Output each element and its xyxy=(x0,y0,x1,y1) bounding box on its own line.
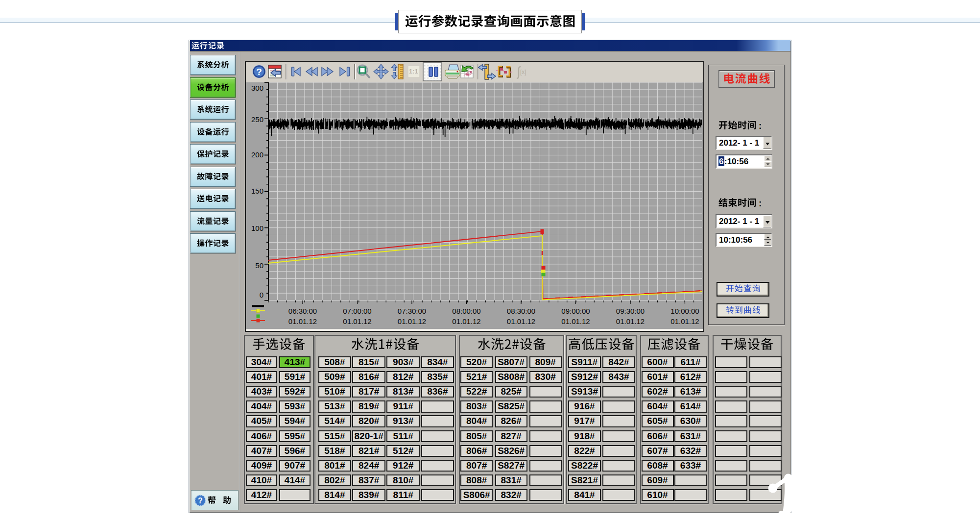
svg-text:09:00:00: 09:00:00 xyxy=(561,307,590,315)
svg-text:?: ? xyxy=(256,67,262,77)
svg-text:300: 300 xyxy=(251,84,263,92)
svg-text:07:30:00: 07:30:00 xyxy=(398,307,426,315)
svg-text:250: 250 xyxy=(251,115,263,124)
svg-text:01.01.12: 01.01.12 xyxy=(343,317,371,325)
svg-text:01.01.12: 01.01.12 xyxy=(398,317,426,325)
svg-text:06:30:00: 06:30:00 xyxy=(288,307,317,315)
svg-text:?: ? xyxy=(198,497,203,505)
svg-text:01.01.12: 01.01.12 xyxy=(507,317,535,325)
svg-text:150: 150 xyxy=(251,187,263,195)
svg-text:100: 100 xyxy=(251,224,263,232)
svg-text:01.01.12: 01.01.12 xyxy=(616,317,645,325)
svg-text:01.01.12: 01.01.12 xyxy=(452,317,480,325)
svg-text:0: 0 xyxy=(260,291,263,299)
svg-text:08:30:00: 08:30:00 xyxy=(507,307,535,315)
svg-text:1:1: 1:1 xyxy=(409,68,418,75)
svg-text:07:00:00: 07:00:00 xyxy=(343,307,371,315)
svg-text:09:30:00: 09:30:00 xyxy=(616,307,645,315)
svg-text:08:00:00: 08:00:00 xyxy=(452,307,480,315)
svg-text:50: 50 xyxy=(255,261,263,270)
svg-text:01.01.12: 01.01.12 xyxy=(670,317,699,325)
svg-text:01.01.12: 01.01.12 xyxy=(288,317,317,325)
svg-text:200: 200 xyxy=(251,150,263,159)
svg-text:[x]: [x] xyxy=(520,69,526,75)
svg-text:10:00:00: 10:00:00 xyxy=(670,307,699,315)
svg-text:01.01.12: 01.01.12 xyxy=(561,317,590,325)
